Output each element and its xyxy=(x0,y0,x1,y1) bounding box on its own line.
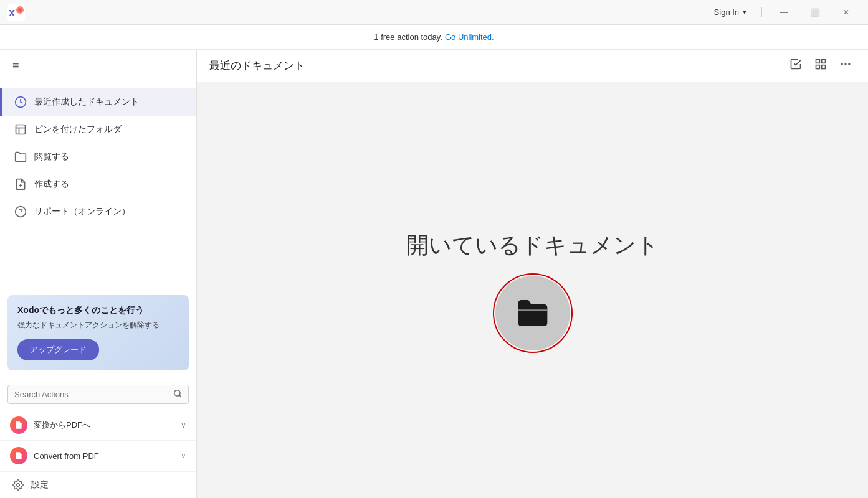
convert-to-pdf-label: 変換からPDFへ xyxy=(34,420,174,431)
pdf-convert-from-icon xyxy=(14,451,23,460)
header-actions xyxy=(786,54,856,77)
sidebar: ≡ 最近作成したドキュメント ピンを付けたフォルダ 閲覧する xyxy=(0,50,197,498)
action-convert-from-pdf[interactable]: Convert from PDF ∨ xyxy=(0,441,196,471)
sidebar-item-support-label: サポート（オンライン） xyxy=(34,206,130,217)
banner: 1 free action today. Go Unlimited. xyxy=(0,25,868,50)
sidebar-item-pinned[interactable]: ピンを付けたフォルダ xyxy=(0,116,196,143)
more-options-icon xyxy=(839,58,852,70)
search-actions-input[interactable] xyxy=(14,390,168,399)
content-area: 最近のドキュメント xyxy=(197,50,868,498)
convert-from-pdf-label: Convert from PDF xyxy=(34,451,174,461)
sidebar-item-pinned-label: ピンを付けたフォルダ xyxy=(34,124,122,135)
svg-rect-15 xyxy=(816,60,820,63)
close-button[interactable]: ✕ xyxy=(832,2,861,22)
titlebar-right: Sign In ▼ — ⬜ ✕ xyxy=(708,2,861,22)
svg-line-13 xyxy=(179,395,181,397)
create-icon xyxy=(14,178,27,190)
promo-box: Xodoでもっと多くのことを行う 強力なドキュメントアクションを解除する アップ… xyxy=(7,295,189,370)
convert-to-pdf-chevron: ∨ xyxy=(181,421,186,430)
chevron-down-icon: ▼ xyxy=(742,9,748,16)
pin-icon xyxy=(14,123,27,136)
empty-state-text: 開いているドキュメント xyxy=(406,230,659,261)
svg-point-20 xyxy=(844,63,846,65)
hamburger-button[interactable]: ≡ xyxy=(10,57,22,75)
folder-open-icon xyxy=(515,296,550,331)
convert-from-pdf-chevron: ∨ xyxy=(181,451,186,460)
content-header: 最近のドキュメント xyxy=(197,50,868,82)
search-icon xyxy=(173,389,182,398)
browse-icon xyxy=(14,151,27,163)
convert-to-pdf-icon xyxy=(10,416,27,434)
titlebar-left: x xyxy=(7,4,25,21)
settings-icon xyxy=(12,479,24,491)
sign-in-button[interactable]: Sign In ▼ xyxy=(708,5,754,19)
sidebar-item-create[interactable]: 作成する xyxy=(0,171,196,198)
pdf-convert-icon xyxy=(14,421,23,430)
svg-point-14 xyxy=(17,484,20,487)
svg-point-19 xyxy=(841,63,843,65)
empty-state: 開いているドキュメント xyxy=(197,82,868,498)
sidebar-item-recent[interactable]: 最近作成したドキュメント xyxy=(0,88,196,116)
promo-title: Xodoでもっと多くのことを行う xyxy=(17,305,179,316)
svg-point-3 xyxy=(18,8,22,12)
sidebar-item-support[interactable]: サポート（オンライン） xyxy=(0,198,196,225)
svg-rect-18 xyxy=(822,65,826,69)
svg-rect-16 xyxy=(822,60,826,63)
svg-point-12 xyxy=(174,390,180,396)
more-options-button[interactable] xyxy=(836,54,856,77)
search-icon-button[interactable] xyxy=(173,389,182,400)
settings-label: 設定 xyxy=(31,479,49,491)
action-convert-to-pdf[interactable]: 変換からPDFへ ∨ xyxy=(0,410,196,441)
svg-text:x: x xyxy=(9,6,15,19)
sidebar-item-create-label: 作成する xyxy=(34,179,69,190)
content-title: 最近のドキュメント xyxy=(209,59,305,73)
titlebar: x Sign In ▼ — ⬜ ✕ xyxy=(0,0,868,25)
maximize-button[interactable]: ⬜ xyxy=(801,2,829,22)
xodo-logo-icon: x xyxy=(7,4,25,21)
sidebar-top: ≡ xyxy=(0,50,196,83)
support-icon xyxy=(14,205,27,218)
sidebar-item-browse-label: 閲覧する xyxy=(34,151,69,162)
open-folder-button[interactable] xyxy=(495,276,570,350)
upgrade-button[interactable]: アップグレード xyxy=(17,339,99,360)
actions-list: 変換からPDFへ ∨ Convert from PDF ∨ xyxy=(0,410,196,471)
go-unlimited-link[interactable]: Go Unlimited. xyxy=(445,32,494,42)
sidebar-item-settings[interactable]: 設定 xyxy=(0,471,196,498)
sidebar-item-recent-label: 最近作成したドキュメント xyxy=(34,96,139,108)
promo-subtitle: 強力なドキュメントアクションを解除する xyxy=(17,320,179,331)
minimize-button[interactable]: — xyxy=(770,2,798,22)
grid-view-button[interactable] xyxy=(811,54,831,77)
list-view-button[interactable] xyxy=(786,54,806,77)
grid-view-icon xyxy=(814,58,827,70)
sign-in-label: Sign In xyxy=(714,7,739,17)
convert-from-pdf-icon xyxy=(10,447,27,464)
list-view-icon xyxy=(789,58,802,70)
sidebar-item-browse[interactable]: 閲覧する xyxy=(0,143,196,171)
recent-icon xyxy=(14,96,27,108)
search-input-wrapper xyxy=(7,385,189,404)
main-container: ≡ 最近作成したドキュメント ピンを付けたフォルダ 閲覧する xyxy=(0,50,868,498)
svg-rect-5 xyxy=(16,125,26,134)
xodo-logo: x xyxy=(7,4,25,21)
banner-text: 1 free action today. xyxy=(374,32,442,42)
sidebar-nav: 最近作成したドキュメント ピンを付けたフォルダ 閲覧する 作成する xyxy=(0,83,196,288)
search-actions-area xyxy=(0,378,196,410)
titlebar-divider xyxy=(761,7,762,17)
svg-point-21 xyxy=(848,63,850,65)
svg-rect-17 xyxy=(816,65,820,69)
